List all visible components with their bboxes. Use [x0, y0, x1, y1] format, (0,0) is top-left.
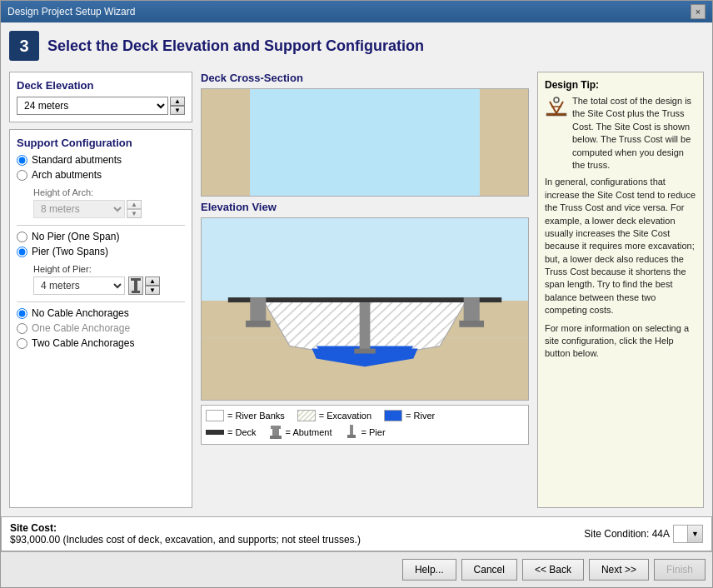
site-cost-value: $93,000.00 (Includes cost of deck, excav…	[10, 534, 361, 546]
two-cable-item: Two Cable Anchorages	[17, 337, 185, 349]
pier-height-label: Height of Pier:	[33, 264, 185, 274]
pier-item: Pier (Two Spans)	[17, 246, 185, 257]
design-tip-icon	[545, 95, 568, 122]
site-cost-left: Site Cost: $93,000.00 (Includes cost of …	[10, 522, 361, 546]
footer-buttons: Help... Cancel << Back Next >> Finish	[1, 551, 712, 587]
left-panel: Deck Elevation 20 meters 22 meters 24 me…	[9, 72, 192, 508]
excavation-swatch	[297, 410, 316, 421]
arch-height-select: 8 meters	[33, 200, 125, 218]
svg-rect-26	[350, 425, 353, 435]
pier-height-select[interactable]: 4 meters 6 meters 8 meters	[33, 277, 125, 295]
site-condition-label: Site Condition: 44A	[584, 528, 670, 540]
right-panel: Design Tip: The tot	[537, 72, 704, 508]
divider-2	[17, 301, 185, 302]
legend-pier: = Pier	[345, 425, 386, 440]
content-area: Deck Elevation 20 meters 22 meters 24 me…	[9, 72, 704, 508]
no-pier-radio[interactable]	[17, 232, 27, 242]
arch-abutments-item: Arch abutments	[17, 169, 185, 181]
svg-rect-19	[464, 297, 480, 322]
abutment-swatch	[269, 426, 282, 439]
river-banks-swatch	[206, 410, 224, 421]
deck-elevation-section: Deck Elevation 20 meters 22 meters 24 me…	[9, 72, 192, 122]
design-tip-title: Design Tip:	[545, 79, 696, 91]
main-content: 3 Select the Deck Elevation and Support …	[1, 22, 712, 516]
svg-rect-25	[270, 436, 282, 439]
svg-rect-5	[480, 89, 528, 196]
one-cable-item: One Cable Anchorage	[17, 322, 185, 334]
legend-abutment: = Abutment	[269, 426, 332, 439]
deck-elevation-up[interactable]: ▲	[170, 97, 185, 106]
svg-rect-2	[132, 291, 140, 293]
river-banks-label: = River Banks	[227, 411, 285, 421]
pier-height-control: 4 meters 6 meters 8 meters	[33, 277, 185, 295]
two-cable-radio[interactable]	[17, 338, 27, 349]
site-cost-label: Site Cost:	[10, 522, 361, 534]
close-button[interactable]: ×	[691, 4, 706, 19]
deck-elevation-select[interactable]: 20 meters 22 meters 24 meters 26 meters …	[17, 97, 168, 115]
cross-section-label: Deck Cross-Section	[201, 72, 529, 84]
arch-abutments-radio[interactable]	[17, 170, 27, 181]
finish-button: Finish	[654, 559, 706, 581]
one-cable-radio[interactable]	[17, 323, 27, 334]
no-pier-item: No Pier (One Span)	[17, 231, 185, 242]
arch-height-control: 8 meters ▲ ▼	[33, 200, 185, 218]
arch-height-down: ▼	[127, 209, 142, 218]
excavation-label: = Excavation	[319, 411, 371, 421]
title-bar: Design Project Setup Wizard ×	[1, 1, 712, 22]
design-tip-header: The total cost of the design is the Site…	[545, 95, 696, 172]
no-cable-label: No Cable Anchorages	[32, 307, 129, 319]
svg-point-32	[554, 97, 559, 102]
site-condition-arrow[interactable]: ▼	[688, 525, 703, 543]
svg-rect-18	[246, 321, 271, 327]
arch-height-spinner: ▲ ▼	[127, 200, 142, 218]
pier-height-down[interactable]: ▼	[145, 286, 160, 295]
cross-section-view	[201, 88, 529, 197]
site-condition-dropdown: ▼	[673, 525, 703, 543]
pier-height-spinner: ▲ ▼	[145, 277, 160, 295]
cable-radio-group: No Cable Anchorages One Cable Anchorage …	[17, 307, 185, 349]
pier-height-image-btn[interactable]	[128, 277, 143, 295]
deck-elevation-down[interactable]: ▼	[170, 106, 185, 115]
help-button[interactable]: Help...	[402, 559, 456, 581]
svg-rect-28	[546, 113, 566, 116]
deck-elevation-spinner: ▲ ▼	[170, 97, 185, 115]
legend-deck: = Deck	[206, 427, 257, 437]
standard-abutments-label: Standard abutments	[32, 154, 122, 166]
pier-radio-group: No Pier (One Span) Pier (Two Spans)	[17, 231, 185, 257]
support-config-title: Support Configuration	[17, 137, 185, 149]
pier-height-up[interactable]: ▲	[145, 277, 160, 286]
design-tip-first-para: The total cost of the design is the Site…	[572, 95, 696, 172]
river-swatch	[384, 410, 402, 421]
step-number: 3	[9, 31, 39, 61]
divider-1	[17, 225, 185, 226]
middle-panel: Deck Cross-Section Elevation View	[201, 72, 529, 508]
svg-rect-24	[272, 429, 279, 436]
support-config-section: Support Configuration Standard abutments…	[9, 129, 192, 508]
abutment-label: = Abutment	[286, 427, 332, 437]
standard-abutments-radio[interactable]	[17, 155, 27, 166]
site-cost-bar: Site Cost: $93,000.00 (Includes cost of …	[1, 516, 712, 551]
deck-label: = Deck	[227, 427, 257, 437]
svg-line-30	[556, 102, 563, 113]
pier-swatch	[345, 425, 358, 440]
svg-rect-17	[250, 297, 266, 322]
elevation-label: Elevation View	[201, 201, 529, 213]
legend-excavation: = Excavation	[297, 410, 371, 421]
svg-line-29	[550, 102, 556, 113]
back-button[interactable]: << Back	[522, 559, 584, 581]
pier-radio[interactable]	[17, 247, 27, 257]
legend-row-1: = River Banks = Excavation = River	[206, 410, 524, 421]
elevation-view	[201, 217, 529, 401]
no-cable-item: No Cable Anchorages	[17, 307, 185, 319]
two-cable-label: Two Cable Anchorages	[32, 337, 134, 349]
next-button[interactable]: Next >>	[589, 559, 649, 581]
main-window: Design Project Setup Wizard × 3 Select t…	[0, 0, 713, 588]
pier-label: = Pier	[361, 427, 386, 437]
cancel-button[interactable]: Cancel	[461, 559, 517, 581]
design-tip-third-para: For more information on selecting a site…	[545, 322, 696, 361]
standard-abutments-item: Standard abutments	[17, 154, 185, 166]
svg-rect-4	[202, 89, 250, 196]
legend-area: = River Banks = Excavation = River	[201, 405, 529, 445]
pier-label: Pier (Two Spans)	[32, 246, 108, 257]
no-cable-radio[interactable]	[17, 308, 27, 319]
